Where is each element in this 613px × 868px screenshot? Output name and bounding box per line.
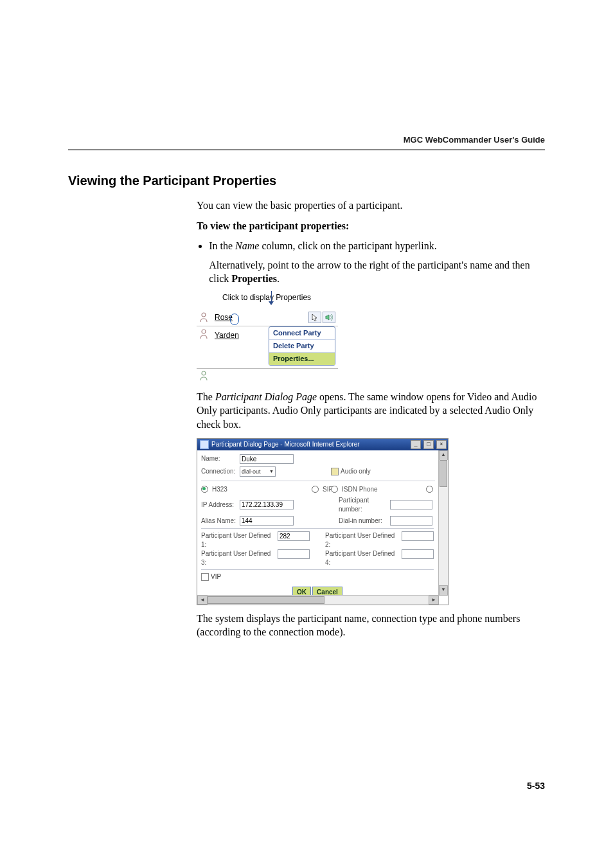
cursor-icon [308, 312, 321, 323]
label-ud1: Participant User Defined 1: [201, 531, 274, 549]
separator [201, 569, 434, 570]
label-participant-number: Participant number: [339, 496, 390, 513]
participant-link-yarden[interactable]: Yarden [215, 331, 239, 340]
step1-cont: column, click on the participant hyperli… [259, 240, 436, 251]
label-dial-in-number: Dial-in number: [339, 517, 390, 526]
figure-dialog: Participant Dialog Page - Microsoft Inte… [197, 438, 544, 605]
highlight-ring [230, 314, 239, 325]
close-button[interactable]: × [436, 440, 447, 449]
label-audio-only: Audio only [341, 467, 371, 476]
procedure-heading: To view the participant properties: [197, 219, 544, 233]
scroll-track[interactable] [208, 596, 429, 605]
scroll-down-icon[interactable]: ▼ [439, 585, 448, 596]
dialog-title: Participant Dialog Page - Microsoft Inte… [211, 440, 408, 449]
step1-italic: Name [235, 240, 259, 251]
step1-alt-bold: Properties [231, 273, 277, 284]
menu-item-properties[interactable]: Properties... [269, 353, 335, 365]
speaker-icon [323, 312, 335, 323]
alias-name-field[interactable] [240, 516, 294, 526]
radio-sip[interactable] [312, 486, 319, 493]
intro-paragraph: You can view the basic properties of a p… [197, 199, 544, 213]
label-vip: VIP [211, 572, 221, 581]
arrow-trigger[interactable] [308, 312, 335, 323]
dialog-window: Participant Dialog Page - Microsoft Inte… [197, 438, 449, 605]
menu-item-connect-party[interactable]: Connect Party [269, 327, 335, 340]
label-ud3: Participant User Defined 3: [201, 549, 274, 567]
after-figure1-paragraph: The Participant Dialog Page opens. The s… [197, 390, 544, 432]
section-title: Viewing the Participant Properties [68, 173, 544, 188]
step1-alt-b: . [277, 273, 280, 284]
svg-point-1 [202, 330, 206, 333]
svg-point-0 [202, 313, 206, 317]
label-h323: H323 [212, 485, 227, 494]
label-name: Name: [201, 454, 240, 463]
label-ip-address: IP Address: [201, 500, 240, 509]
after-figure2-paragraph: The system displays the participant name… [197, 612, 544, 639]
participant-list: Rose [197, 309, 338, 384]
label-alias-name: Alias Name: [201, 517, 240, 526]
maximize-button[interactable]: □ [423, 440, 434, 449]
header-rule [68, 149, 545, 150]
horizontal-scrollbar[interactable]: ◄ ► [197, 595, 439, 605]
context-menu: Connect Party Delete Party Properties... [269, 326, 335, 366]
participant-icon [199, 371, 208, 381]
ud4-field[interactable] [402, 549, 434, 559]
list-item: Yarden Connect Party Delete Party Proper… [197, 326, 338, 369]
separator [201, 528, 434, 529]
connection-value: dial-out [242, 468, 261, 475]
connection-select[interactable]: dial-out▼ [240, 466, 276, 477]
chevron-down-icon: ▼ [269, 468, 274, 474]
radio-isdn-phone[interactable] [331, 486, 338, 493]
step-1: In the Name column, click on the partici… [209, 239, 544, 286]
label-ud2: Participant User Defined 2: [325, 531, 398, 549]
name-field[interactable] [240, 454, 294, 464]
dial-in-number-field[interactable] [390, 516, 432, 526]
minimize-button[interactable]: _ [411, 440, 421, 449]
after-fig1-a: The [197, 391, 215, 402]
radio-h323[interactable] [201, 486, 208, 493]
vertical-scrollbar[interactable]: ▲ ▼ [438, 450, 448, 596]
list-item: Rose [197, 309, 338, 326]
participant-number-field[interactable] [390, 500, 432, 509]
label-connection: Connection: [201, 467, 240, 476]
ud2-field[interactable] [402, 531, 434, 541]
ie-icon [200, 440, 209, 449]
page-number: 5-53 [527, 781, 545, 791]
figure-context-menu: Click to display Properties Rose [197, 292, 338, 384]
label-ud4: Participant User Defined 4: [325, 549, 398, 567]
vip-checkbox[interactable] [201, 573, 209, 581]
radio-extra[interactable] [426, 486, 433, 493]
step1-lead: In the [209, 240, 235, 251]
dialog-titlebar: Participant Dialog Page - Microsoft Inte… [197, 439, 448, 450]
scroll-thumb[interactable] [440, 460, 447, 487]
ip-address-field[interactable] [240, 500, 294, 509]
scroll-up-icon[interactable]: ▲ [439, 450, 448, 461]
ud3-field[interactable] [278, 549, 310, 559]
scroll-right-icon[interactable]: ► [429, 596, 439, 605]
audio-only-checkbox[interactable] [331, 468, 339, 475]
participant-icon [199, 329, 208, 339]
participant-icon [199, 312, 208, 323]
annotation-arrow [197, 303, 338, 309]
after-fig1-italic: Participant Dialog Page [215, 391, 317, 402]
menu-item-delete-party[interactable]: Delete Party [269, 340, 335, 353]
separator [201, 481, 435, 481]
figure1-annotation: Click to display Properties [222, 292, 338, 303]
list-item: Zvika [197, 369, 338, 384]
scroll-thumb[interactable] [208, 596, 324, 604]
ud1-field[interactable] [278, 531, 310, 541]
svg-point-2 [202, 371, 206, 375]
label-isdn-phone: ISDN Phone [342, 485, 378, 494]
running-head: MGC WebCommander User's Guide [404, 135, 545, 145]
scroll-left-icon[interactable]: ◄ [197, 596, 208, 605]
